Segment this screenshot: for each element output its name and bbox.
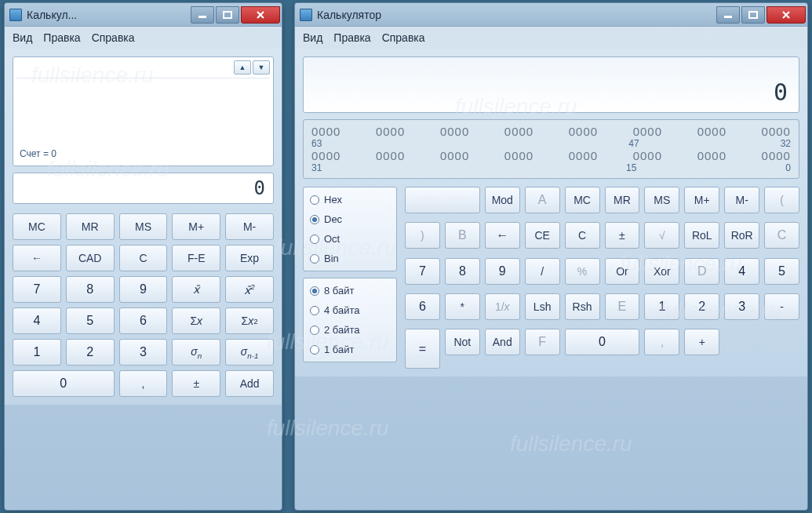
ms-button[interactable]: MS xyxy=(644,187,679,213)
sum-sq-button[interactable]: Σx2 xyxy=(225,307,274,334)
minus-button[interactable]: - xyxy=(764,293,799,320)
ror-button[interactable]: RoR xyxy=(724,222,759,249)
percent-button[interactable]: % xyxy=(565,258,600,285)
five-button[interactable]: 5 xyxy=(66,307,115,334)
eight-button[interactable]: 8 xyxy=(66,276,115,303)
rol-button[interactable]: RoL xyxy=(684,222,719,249)
menu-edit[interactable]: Правка xyxy=(333,31,370,44)
decimal-button[interactable]: , xyxy=(644,329,679,355)
two-button[interactable]: 2 xyxy=(684,293,719,320)
bit-group[interactable]: 0000 xyxy=(376,149,405,162)
fe-button[interactable]: F-E xyxy=(172,245,220,271)
radio-bin[interactable]: Bin xyxy=(310,253,390,264)
maximize-button[interactable] xyxy=(216,6,239,24)
radio-byte[interactable]: 1 байт xyxy=(310,344,390,355)
negate-button[interactable]: ± xyxy=(605,222,640,249)
not-button[interactable]: Not xyxy=(445,329,480,355)
menu-edit[interactable]: Правка xyxy=(43,31,80,44)
backspace-button[interactable]: ← xyxy=(485,222,520,249)
bit-panel[interactable]: 0000 0000 0000 0000 0000 0000 0000 0000 … xyxy=(303,119,799,179)
key-c-button[interactable]: C xyxy=(764,222,799,249)
radio-dword[interactable]: 4 байта xyxy=(310,304,390,316)
three-button[interactable]: 3 xyxy=(724,293,759,320)
a-button[interactable]: A xyxy=(525,187,560,213)
mplus-button[interactable]: M+ xyxy=(684,187,719,213)
bit-group[interactable]: 0000 xyxy=(440,149,469,162)
menu-help[interactable]: Справка xyxy=(92,31,135,44)
history-down-button[interactable]: ▼ xyxy=(253,60,270,75)
multiply-button[interactable]: * xyxy=(445,293,480,320)
menu-view[interactable]: Вид xyxy=(13,31,32,44)
nine-button[interactable]: 9 xyxy=(485,258,520,285)
six-button[interactable]: 6 xyxy=(119,307,168,334)
mr-button[interactable]: MR xyxy=(66,213,115,240)
zero-button[interactable]: 0 xyxy=(565,329,640,355)
four-button[interactable]: 4 xyxy=(724,258,759,285)
menu-view[interactable]: Вид xyxy=(303,31,322,44)
menu-help[interactable]: Справка xyxy=(382,31,425,44)
mminus-button[interactable]: M- xyxy=(724,187,759,213)
backspace-button[interactable]: ← xyxy=(13,245,61,271)
lsh-button[interactable]: Lsh xyxy=(525,293,560,320)
plus-button[interactable]: + xyxy=(684,329,719,355)
bit-group[interactable]: 0000 xyxy=(633,125,662,138)
two-button[interactable]: 2 xyxy=(66,339,115,366)
bit-group[interactable]: 0000 xyxy=(569,125,598,138)
minimize-button[interactable] xyxy=(716,6,740,24)
bit-group[interactable]: 0000 xyxy=(376,125,405,138)
mean-button[interactable]: x̄ xyxy=(172,276,220,303)
three-button[interactable]: 3 xyxy=(119,339,168,366)
equals-button[interactable]: = xyxy=(405,329,440,369)
e-button[interactable]: E xyxy=(605,293,640,320)
decimal-button[interactable]: , xyxy=(119,370,168,397)
bit-group[interactable]: 0000 xyxy=(697,125,726,138)
mc-button[interactable]: MC xyxy=(565,187,600,213)
mean-sq-button[interactable]: x̄2 xyxy=(225,276,274,303)
reciprocal-button[interactable]: 1/x xyxy=(485,293,520,320)
c-button[interactable]: C xyxy=(119,245,168,271)
nine-button[interactable]: 9 xyxy=(119,276,168,303)
bit-group[interactable]: 0000 xyxy=(762,149,791,162)
lparen-button[interactable]: ( xyxy=(764,187,799,213)
add-button[interactable]: Add xyxy=(225,370,274,397)
c-button[interactable]: C xyxy=(565,222,600,249)
bit-group[interactable]: 0000 xyxy=(633,149,662,162)
bit-group[interactable]: 0000 xyxy=(311,149,340,162)
sigma-n1-button[interactable]: σn-1 xyxy=(225,339,274,366)
xor-button[interactable]: Xor xyxy=(644,258,679,285)
radio-word[interactable]: 2 байта xyxy=(310,324,390,336)
bit-group[interactable]: 0000 xyxy=(504,125,533,138)
or-button[interactable]: Or xyxy=(605,258,640,285)
bit-group[interactable]: 0000 xyxy=(504,149,533,162)
titlebar[interactable]: Калькулятор xyxy=(295,3,807,27)
one-button[interactable]: 1 xyxy=(13,339,61,366)
radio-oct[interactable]: Oct xyxy=(310,233,390,245)
five-button[interactable]: 5 xyxy=(764,258,799,285)
bit-group[interactable]: 0000 xyxy=(569,149,598,162)
exp-button[interactable]: Exp xyxy=(225,245,274,271)
bit-group[interactable]: 0000 xyxy=(440,125,469,138)
bit-group[interactable]: 0000 xyxy=(762,125,791,138)
zero-button[interactable]: 0 xyxy=(13,370,115,397)
mod-button[interactable]: Mod xyxy=(485,187,520,213)
close-button[interactable] xyxy=(766,6,806,24)
rsh-button[interactable]: Rsh xyxy=(565,293,600,320)
maximize-button[interactable] xyxy=(741,6,765,24)
bit-group[interactable]: 0000 xyxy=(697,149,726,162)
mminus-button[interactable]: M- xyxy=(225,213,274,240)
b-button[interactable]: B xyxy=(445,222,480,249)
ce-button[interactable]: CE xyxy=(525,222,560,249)
rparen-button[interactable]: ) xyxy=(405,222,440,249)
four-button[interactable]: 4 xyxy=(13,307,61,334)
divide-button[interactable]: / xyxy=(525,258,560,285)
radio-qword[interactable]: 8 байт xyxy=(310,285,390,297)
f-button[interactable]: F xyxy=(525,329,560,355)
history-up-button[interactable]: ▲ xyxy=(234,60,251,75)
sigma-n-button[interactable]: σn xyxy=(172,339,220,366)
cad-button[interactable]: CAD xyxy=(66,245,115,271)
mr-button[interactable]: MR xyxy=(605,187,640,213)
stat-history-list[interactable]: Счет = 0 xyxy=(16,78,270,162)
seven-button[interactable]: 7 xyxy=(13,276,61,303)
radio-dec[interactable]: Dec xyxy=(310,213,390,225)
one-button[interactable]: 1 xyxy=(644,293,679,320)
